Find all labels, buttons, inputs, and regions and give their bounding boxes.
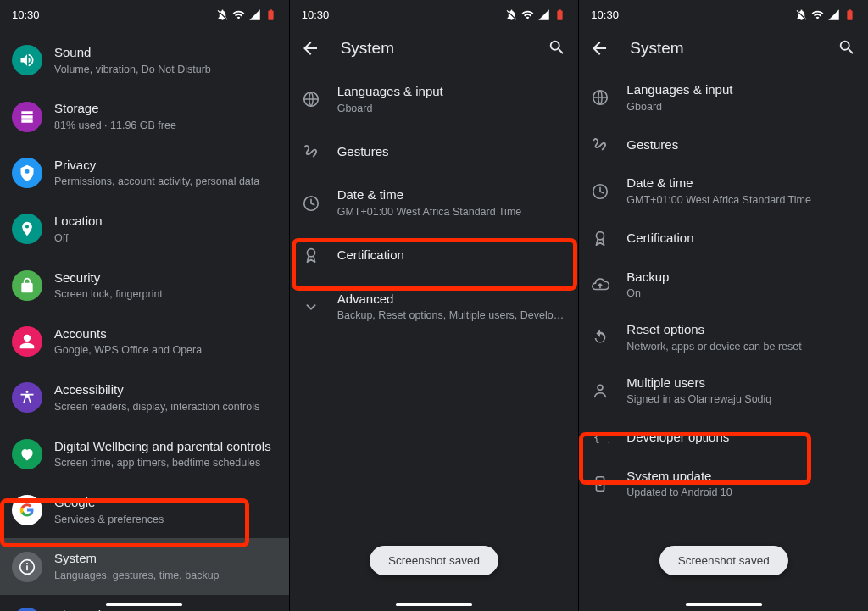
chevron-down-icon — [302, 297, 337, 316]
privacy-icon — [12, 158, 42, 188]
dev-icon — [591, 428, 626, 447]
nav-pill[interactable] — [396, 603, 472, 606]
language-icon — [591, 88, 626, 107]
setting-storage[interactable]: Storage81% used · 11.96 GB free — [0, 88, 289, 144]
item-developer[interactable]: Developer options — [579, 417, 868, 458]
pane-system-expanded: 10:30 System Languages & inputGboard Ges… — [578, 0, 868, 611]
signal-icon — [827, 8, 840, 21]
signal-icon — [248, 8, 261, 21]
system-list: Languages & inputGboard Gestures Date & … — [290, 71, 579, 335]
item-multiuser[interactable]: Multiple usersSigned in as Olanrewaju So… — [579, 364, 868, 417]
clock-icon — [591, 182, 626, 201]
setting-privacy[interactable]: PrivacyPermissions, account activity, pe… — [0, 145, 289, 201]
a11y-icon — [12, 382, 42, 413]
system-icon — [12, 552, 42, 582]
page-title: System — [341, 39, 528, 58]
user-icon — [591, 381, 626, 400]
accounts-icon — [12, 326, 42, 357]
setting-accessibility[interactable]: AccessibilityScreen readers, display, in… — [0, 369, 289, 425]
item-datetime[interactable]: Date & timeGMT+01:00 West Africa Standar… — [579, 164, 868, 217]
setting-accounts[interactable]: AccountsGoogle, WPS Office and Opera — [0, 314, 289, 369]
dnd-icon — [795, 8, 808, 21]
page-title: System — [630, 39, 817, 58]
item-languages[interactable]: Languages & inputGboard — [579, 71, 868, 124]
battery-icon — [843, 8, 856, 21]
nav-pill[interactable] — [686, 603, 762, 606]
dnd-icon — [216, 8, 229, 21]
system-list: Languages & inputGboard Gestures Date & … — [579, 71, 868, 510]
sound-icon — [12, 45, 42, 75]
status-bar: 10:30 — [579, 0, 868, 25]
back-button[interactable] — [589, 38, 609, 58]
setting-security[interactable]: SecurityScreen lock, fingerprint — [0, 258, 289, 314]
status-time: 10:30 — [302, 8, 330, 21]
settings-list: SoundVolume, vibration, Do Not Disturb S… — [0, 25, 289, 611]
app-bar: System — [290, 25, 579, 71]
status-time: 10:30 — [12, 8, 40, 21]
nav-pill[interactable] — [106, 603, 182, 606]
toast-screenshot[interactable]: Screenshot saved — [370, 546, 498, 575]
setting-sound[interactable]: SoundVolume, vibration, Do Not Disturb — [0, 32, 289, 88]
wellbeing-icon — [12, 439, 42, 469]
storage-icon — [12, 102, 42, 132]
item-reset[interactable]: Reset optionsNetwork, apps or device can… — [579, 311, 868, 364]
item-languages[interactable]: Languages & inputGboard — [290, 71, 579, 127]
backup-icon — [591, 275, 626, 294]
status-bar: 10:30 — [290, 0, 579, 25]
item-backup[interactable]: BackupOn — [579, 258, 868, 311]
battery-icon — [554, 8, 566, 21]
item-certification[interactable]: Certification — [579, 218, 868, 258]
item-update[interactable]: System updateUpdated to Android 10 — [579, 458, 868, 510]
wifi-icon — [521, 8, 534, 21]
pane-system: 10:30 System Languages & inputGboard Ges… — [289, 0, 579, 611]
item-datetime[interactable]: Date & timeGMT+01:00 West Africa Standar… — [290, 175, 579, 231]
dnd-icon — [505, 8, 518, 21]
signal-icon — [537, 8, 550, 21]
pane-settings-root: 10:30 SoundVolume, vibration, Do Not Dis… — [0, 0, 289, 611]
about-icon — [12, 608, 42, 611]
reset-icon — [591, 328, 626, 347]
setting-wellbeing[interactable]: Digital Wellbeing and parental controlsS… — [0, 426, 289, 482]
wifi-icon — [232, 8, 245, 21]
setting-location[interactable]: LocationOff — [0, 201, 289, 257]
battery-icon — [264, 8, 277, 21]
cert-icon — [302, 246, 337, 264]
update-icon — [591, 475, 626, 493]
setting-system[interactable]: SystemLanguages, gestures, time, backup — [0, 538, 289, 594]
search-button[interactable] — [837, 38, 858, 58]
item-gestures[interactable]: Gestures — [290, 127, 579, 175]
item-gestures[interactable]: Gestures — [579, 124, 868, 164]
wifi-icon — [811, 8, 824, 21]
back-button[interactable] — [300, 38, 320, 58]
item-advanced[interactable]: AdvancedBackup, Reset options, Multiple … — [290, 279, 579, 335]
gestures-icon — [302, 142, 337, 160]
clock-icon — [302, 194, 337, 213]
status-bar: 10:30 — [0, 0, 289, 25]
app-bar: System — [579, 25, 868, 71]
setting-google[interactable]: GoogleServices & preferences — [0, 482, 289, 538]
toast-screenshot[interactable]: Screenshot saved — [659, 546, 788, 575]
status-time: 10:30 — [591, 8, 619, 21]
cert-icon — [591, 229, 626, 247]
security-icon — [12, 270, 42, 301]
language-icon — [302, 90, 337, 108]
gestures-icon — [591, 135, 626, 153]
search-button[interactable] — [548, 38, 568, 58]
location-icon — [12, 214, 42, 244]
google-icon — [12, 495, 42, 525]
item-certification[interactable]: Certification — [290, 231, 579, 279]
